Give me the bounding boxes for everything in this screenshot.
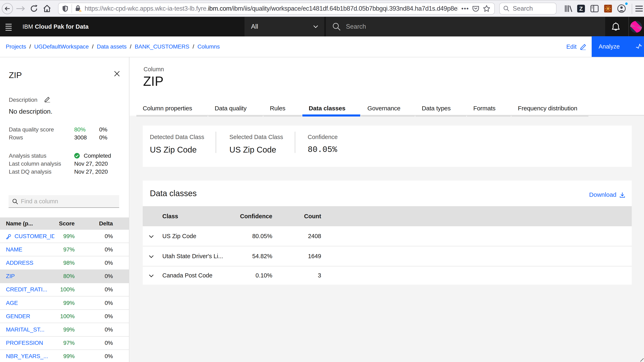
svg-text:Z: Z (579, 6, 583, 12)
